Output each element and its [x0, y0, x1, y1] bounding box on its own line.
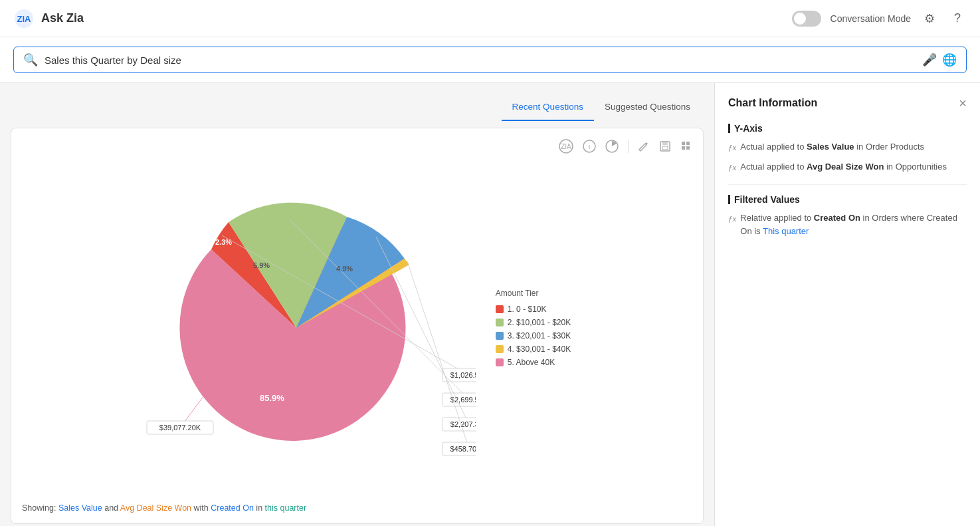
header-left: ZIA Ask Zia: [13, 8, 84, 29]
legend-color-2: [496, 319, 504, 327]
pie-and-legend: $1,026.50K $2,699.50K $2,207.30K: [22, 159, 692, 497]
legend-label-2: 2. $10,001 - $20K: [508, 318, 571, 327]
svg-text:$1,026.50K: $1,026.50K: [450, 371, 476, 379]
help-icon[interactable]: ?: [948, 9, 967, 28]
header: ZIA Ask Zia Conversation Mode ⚙ ?: [0, 0, 980, 37]
fx-icon-1: ƒx: [728, 141, 736, 155]
legend-color-5: [496, 358, 504, 366]
svg-text:$2,207.30K: $2,207.30K: [450, 420, 476, 428]
header-right: Conversation Mode ⚙ ?: [792, 9, 967, 28]
legend-color-1: [496, 305, 504, 313]
this-quarter-link[interactable]: this quarter: [265, 503, 307, 513]
legend-label-3: 3. $20,001 - $30K: [508, 331, 571, 340]
settings-icon[interactable]: ⚙: [920, 9, 939, 28]
close-button[interactable]: ×: [959, 96, 967, 110]
legend-item-5: 5. Above 40K: [496, 358, 571, 367]
svg-rect-10: [682, 142, 685, 145]
svg-rect-11: [686, 142, 690, 145]
svg-text:ZIA: ZIA: [561, 143, 571, 150]
legend-color-4: [496, 345, 504, 353]
pie-chart-svg: $1,026.50K $2,699.50K $2,207.30K: [144, 195, 476, 461]
sales-value-bold: Sales Value: [807, 142, 854, 152]
filtered-values-section-label: Filtered Values: [728, 194, 967, 205]
with-text: with: [191, 503, 211, 513]
app-title: Ask Zia: [41, 11, 84, 25]
tab-row: Recent Questions Suggested Questions: [11, 94, 704, 121]
tab-suggested-questions[interactable]: Suggested Questions: [594, 94, 701, 121]
showing-text: Showing:: [22, 503, 58, 513]
svg-text:85.9%: 85.9%: [260, 393, 284, 403]
avg-deal-bold: Avg Deal Size Won: [807, 162, 884, 172]
svg-rect-12: [682, 146, 685, 150]
zia-chart-icon[interactable]: ZIA: [559, 139, 573, 154]
legend-item-3: 3. $20,001 - $30K: [496, 331, 571, 340]
svg-text:$458.70K: $458.70K: [450, 445, 476, 453]
svg-rect-9: [662, 146, 668, 150]
legend-item-2: 2. $10,001 - $20K: [496, 318, 571, 327]
search-input[interactable]: [45, 55, 916, 66]
svg-text:i: i: [589, 142, 590, 150]
fx-icon-3: ƒx: [728, 212, 736, 226]
y-axis-line-2: ƒx Actual applied to Avg Deal Size Won i…: [728, 160, 967, 175]
svg-text:2.3%: 2.3%: [215, 238, 232, 246]
filter-line: ƒx Relative applied to Created On in Ord…: [728, 211, 967, 239]
svg-text:$2,699.50K: $2,699.50K: [450, 396, 476, 404]
chart-info-header: Chart Information ×: [728, 96, 967, 110]
legend-item-4: 4. $30,001 - $40K: [496, 344, 571, 354]
and-text: and: [102, 503, 120, 513]
main-content: Recent Questions Suggested Questions ZIA…: [0, 83, 980, 526]
fx-icon-2: ƒx: [728, 161, 736, 175]
sales-value-link[interactable]: Sales Value: [58, 503, 102, 513]
svg-text:5.9%: 5.9%: [253, 261, 270, 269]
created-on-bold: Created On: [814, 213, 860, 223]
legend-label-1: 1. 0 - $10K: [508, 305, 547, 314]
legend-item-1: 1. 0 - $10K: [496, 305, 571, 314]
right-panel: Chart Information × Y-Axis ƒx Actual app…: [714, 83, 980, 526]
section-separator: [728, 184, 967, 185]
in-text: in: [254, 503, 265, 513]
svg-text:4.9%: 4.9%: [336, 265, 353, 273]
svg-rect-13: [686, 146, 690, 150]
bottom-label: Showing: Sales Value and Avg Deal Size W…: [22, 497, 692, 513]
svg-text:$39,077.20K: $39,077.20K: [159, 424, 201, 432]
legend-title: Amount Tier: [496, 289, 571, 298]
search-bar-container: 🔍 🎤 🌐: [0, 37, 980, 83]
legend-label-5: 5. Above 40K: [508, 358, 555, 367]
save-icon[interactable]: [659, 140, 671, 152]
grid-icon[interactable]: [680, 140, 692, 152]
search-icon: 🔍: [23, 53, 38, 67]
zia-logo-icon: ZIA: [13, 8, 35, 29]
svg-rect-8: [662, 142, 668, 145]
toolbar-separator: [628, 140, 629, 153]
search-right-icons: 🎤 🌐: [922, 53, 957, 67]
legend-label-4: 4. $30,001 - $40K: [508, 344, 571, 354]
avg-deal-link[interactable]: Avg Deal Size Won: [120, 503, 191, 513]
pie-chart-wrapper: $1,026.50K $2,699.50K $2,207.30K: [144, 195, 476, 461]
chart-info-title: Chart Information: [728, 97, 817, 109]
y-axis-line-1: ƒx Actual applied to Sales Value in Orde…: [728, 140, 967, 155]
chart-container: ZIA i: [11, 128, 704, 524]
edit-icon[interactable]: [638, 140, 650, 152]
this-quarter-filter-link[interactable]: This quarter: [763, 226, 809, 236]
microphone-icon[interactable]: 🎤: [922, 53, 937, 67]
chart-panel: Recent Questions Suggested Questions ZIA…: [0, 83, 714, 526]
y-axis-section-label: Y-Axis: [728, 123, 967, 134]
language-icon[interactable]: 🌐: [942, 53, 957, 67]
chart-type-icon[interactable]: [605, 140, 619, 153]
svg-line-23: [407, 261, 469, 449]
chart-area: $1,026.50K $2,699.50K $2,207.30K: [22, 159, 692, 497]
legend-container: Amount Tier 1. 0 - $10K 2. $10,001 - $20…: [496, 289, 571, 367]
chart-toolbar: ZIA i: [22, 139, 692, 154]
search-bar: 🔍 🎤 🌐: [13, 47, 967, 73]
legend-color-3: [496, 332, 504, 340]
tab-recent-questions[interactable]: Recent Questions: [502, 94, 594, 121]
created-on-link[interactable]: Created On: [211, 503, 254, 513]
chart-info-panel: Chart Information × Y-Axis ƒx Actual app…: [715, 83, 980, 526]
svg-text:ZIA: ZIA: [17, 14, 32, 24]
conversation-mode-label: Conversation Mode: [831, 13, 911, 24]
info-icon[interactable]: i: [583, 140, 596, 153]
conversation-mode-toggle[interactable]: [792, 11, 821, 27]
